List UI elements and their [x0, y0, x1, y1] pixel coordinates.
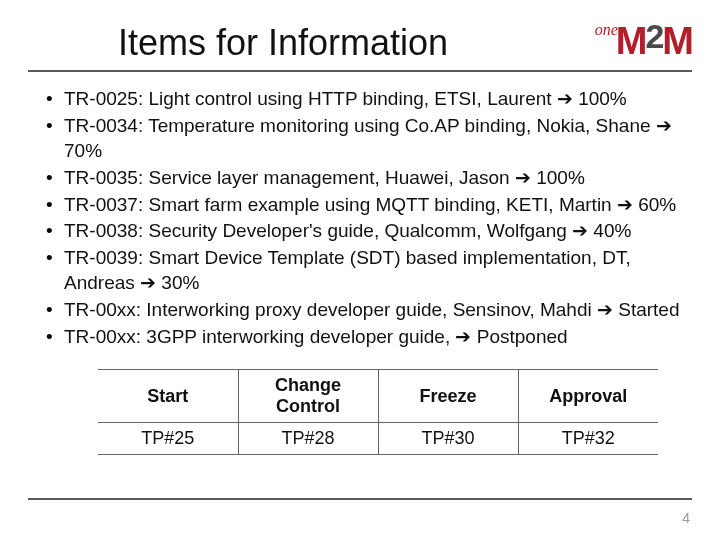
- page-title: Items for Information: [118, 22, 448, 64]
- onem2m-logo: one M2M: [595, 22, 692, 58]
- col-change-control: Change Control: [238, 370, 378, 423]
- cell-approval: TP#32: [518, 423, 658, 455]
- page-number: 4: [682, 510, 690, 526]
- col-approval: Approval: [518, 370, 658, 423]
- cell-start: TP#25: [98, 423, 238, 455]
- col-freeze: Freeze: [378, 370, 518, 423]
- cell-freeze: TP#30: [378, 423, 518, 455]
- list-item: TR-0035: Service layer management, Huawe…: [46, 165, 692, 191]
- list-item: TR-0038: Security Developer's guide, Qua…: [46, 218, 692, 244]
- slide: Items for Information one M2M TR-0025: L…: [0, 0, 720, 540]
- list-item: TR-0039: Smart Device Template (SDT) bas…: [46, 245, 692, 296]
- table-header-row: Start Change Control Freeze Approval: [98, 370, 658, 423]
- milestone-table-wrap: Start Change Control Freeze Approval TP#…: [98, 369, 672, 455]
- footer-divider: [28, 498, 692, 500]
- header: Items for Information one M2M: [28, 22, 692, 72]
- cell-change-control: TP#28: [238, 423, 378, 455]
- logo-one-text: one: [595, 22, 618, 38]
- table-row: TP#25 TP#28 TP#30 TP#32: [98, 423, 658, 455]
- milestone-table: Start Change Control Freeze Approval TP#…: [98, 369, 658, 455]
- col-start: Start: [98, 370, 238, 423]
- logo-m2m-text: M2M: [616, 24, 692, 58]
- list-item: TR-00xx: 3GPP interworking developer gui…: [46, 324, 692, 350]
- list-item: TR-0025: Light control using HTTP bindin…: [46, 86, 692, 112]
- list-item: TR-0034: Temperature monitoring using Co…: [46, 113, 692, 164]
- list-item: TR-0037: Smart farm example using MQTT b…: [46, 192, 692, 218]
- item-list: TR-0025: Light control using HTTP bindin…: [28, 86, 692, 349]
- list-item: TR-00xx: Interworking proxy developer gu…: [46, 297, 692, 323]
